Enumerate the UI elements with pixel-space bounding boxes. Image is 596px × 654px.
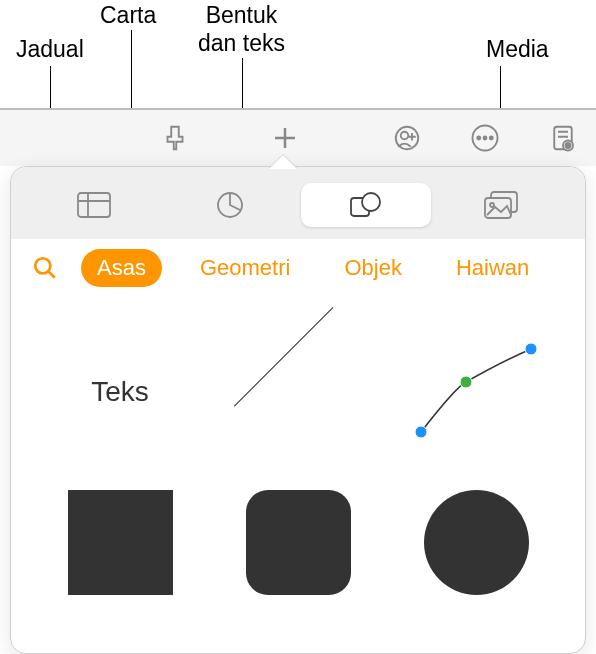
search-icon[interactable]: [31, 254, 59, 282]
rounded-square-icon: [246, 490, 351, 595]
svg-point-5: [490, 137, 493, 140]
shape-square[interactable]: [41, 477, 199, 607]
callout-jadual: Jadual: [16, 36, 84, 64]
category-asas[interactable]: Asas: [81, 249, 162, 287]
category-haiwan[interactable]: Haiwan: [440, 249, 545, 287]
shape-curve[interactable]: [397, 327, 555, 457]
tab-table[interactable]: [29, 183, 159, 227]
svg-point-8: [566, 143, 571, 148]
category-geometri[interactable]: Geometri: [184, 249, 306, 287]
insert-plus-icon[interactable]: [260, 118, 310, 158]
callout-carta: Carta: [100, 2, 156, 30]
callout-bentuk: Bentuk dan teks: [198, 2, 285, 57]
tab-media[interactable]: [437, 183, 567, 227]
insert-popover: Asas Geometri Objek Haiwan Teks: [10, 166, 586, 654]
document-view-icon[interactable]: [538, 118, 588, 158]
svg-point-3: [477, 137, 480, 140]
shape-circle[interactable]: [397, 477, 555, 607]
svg-point-4: [484, 137, 487, 140]
tab-chart[interactable]: [165, 183, 295, 227]
svg-point-1: [401, 132, 409, 140]
popover-arrow: [269, 155, 297, 169]
svg-point-16: [35, 258, 50, 273]
curve-icon: [406, 337, 546, 447]
more-menu-icon[interactable]: [460, 118, 510, 158]
collaborate-icon[interactable]: [382, 118, 432, 158]
shape-text-label: Teks: [91, 376, 149, 408]
callout-labels-area: Jadual Carta Bentuk dan teks Media: [0, 0, 596, 108]
svg-point-17: [415, 426, 427, 438]
shapes-grid: Teks: [11, 297, 585, 617]
shape-category-row: Asas Geometri Objek Haiwan: [11, 239, 585, 297]
format-brush-icon[interactable]: [150, 118, 200, 158]
shape-line[interactable]: [219, 327, 377, 457]
svg-rect-9: [78, 193, 110, 217]
tab-shapes[interactable]: [301, 183, 431, 227]
square-icon: [68, 490, 173, 595]
insert-type-tabs: [11, 167, 585, 239]
shape-rounded-square[interactable]: [219, 477, 377, 607]
callout-media: Media: [486, 36, 549, 64]
category-objek[interactable]: Objek: [328, 249, 417, 287]
svg-point-18: [525, 343, 537, 355]
line-icon: [248, 342, 348, 442]
circle-icon: [424, 490, 529, 595]
svg-point-19: [460, 376, 472, 388]
app-toolbar: [0, 108, 596, 166]
shape-text[interactable]: Teks: [41, 327, 199, 457]
svg-point-12: [362, 193, 380, 211]
